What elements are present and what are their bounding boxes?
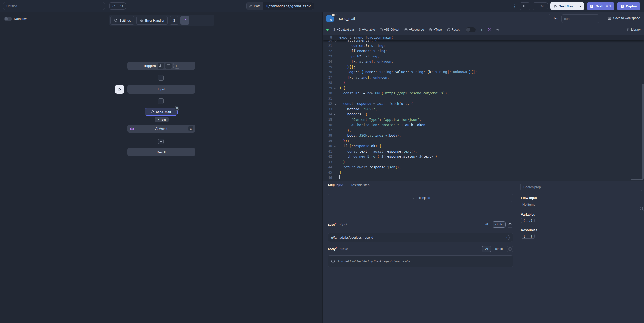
code-line[interactable]: 31	[323, 96, 644, 101]
sticky-code-line: 8export async function main(	[323, 35, 644, 40]
code-line[interactable]: 34 headers: {	[323, 112, 644, 117]
insert-step-button-top[interactable]: +	[158, 75, 164, 81]
search-prop-input[interactable]	[520, 182, 642, 191]
draft-button[interactable]: Draft ⌘S	[587, 2, 614, 10]
node-send-mail[interactable]: send_mail ✕	[144, 108, 178, 116]
path-field[interactable]: Path u/farhadglbs/grand_flow	[246, 2, 314, 10]
variables-object-badge[interactable]: {...}	[521, 218, 535, 223]
save-to-workspace-button[interactable]: Save to workspace	[608, 16, 640, 20]
code-line[interactable]: 42 throw new Error(`${response.status} $…	[323, 154, 644, 159]
fold-gutter[interactable]	[332, 143, 339, 149]
editor-vertical-scrollbar[interactable]	[642, 84, 644, 179]
context-variables-button[interactable]: $	[170, 16, 178, 25]
code-token: const	[343, 91, 353, 96]
add-variable-button[interactable]: $ +Variable	[359, 28, 375, 32]
add-resource-button[interactable]: +Resource	[404, 28, 424, 32]
dataflow-toggle[interactable]	[4, 17, 12, 21]
flow-canvas[interactable]: Dataflow Settings Error Handler $	[0, 12, 322, 323]
resources-object-badge[interactable]: {...}	[521, 234, 535, 238]
body-expression-button[interactable]	[507, 246, 513, 252]
auth-ai-mode-button[interactable]: AI	[482, 221, 491, 228]
run-input-button[interactable]	[115, 85, 124, 94]
node-result[interactable]: Result	[128, 148, 195, 156]
auth-value-input[interactable]: u/farhadglbs/peerless_resend ✕	[328, 233, 513, 242]
test-flow-main[interactable]: Test flow	[550, 2, 577, 10]
editor-horizontal-scrollbar[interactable]	[631, 179, 643, 180]
flow-title-input[interactable]	[3, 2, 105, 10]
code-editor[interactable]: 20 attachments?: {21 content?: string;22…	[323, 35, 644, 181]
code-line[interactable]: 27 [k: string]: unknown;	[323, 75, 644, 80]
library-button[interactable]: Library	[626, 28, 640, 32]
code-line[interactable]: 21 content?: string;	[323, 43, 644, 49]
code-line[interactable]: 35 "Content-Type": "application/json",	[323, 117, 644, 123]
code-line[interactable]: 38 body: JSON.stringify(body),	[323, 133, 644, 138]
editor-toggle[interactable]	[466, 27, 476, 32]
undo-button[interactable]: ↶	[109, 3, 118, 10]
code-line[interactable]: 36 Authorization: "Bearer " + auth.token…	[323, 122, 644, 128]
code-line[interactable]: 32 const response = await fetch(url, {	[323, 101, 644, 107]
fold-gutter[interactable]	[332, 86, 339, 91]
diff-button[interactable]: ± Diff	[533, 3, 548, 10]
ai-assistant-button[interactable]	[488, 28, 491, 32]
code-line[interactable]: 39 });	[323, 138, 644, 144]
code-line[interactable]: 23 path?: string;	[323, 54, 644, 59]
test-flow-dropdown[interactable]	[577, 2, 584, 10]
clear-auth-button[interactable]: ✕	[504, 235, 510, 240]
code-line[interactable]: 33 method: "POST",	[323, 107, 644, 112]
add-context-var-button[interactable]: $ +Context var	[334, 28, 354, 32]
tab-test-this-step[interactable]: Test this step	[351, 183, 370, 189]
editor-settings-button[interactable]	[496, 28, 500, 32]
node-ai-agent[interactable]: AI Agent a	[128, 125, 195, 133]
fold-gutter[interactable]	[332, 101, 339, 107]
test-flow-button[interactable]: Test flow	[550, 2, 584, 10]
settings-button[interactable]: Settings	[110, 16, 134, 25]
body-ai-mode-button[interactable]: AI	[482, 246, 491, 252]
fold-gutter[interactable]	[332, 112, 339, 117]
code-line[interactable]: 8export async function main(	[323, 35, 644, 40]
tag-input[interactable]	[561, 15, 599, 23]
auth-expression-button[interactable]	[507, 222, 513, 228]
code-line[interactable]: 46	[323, 175, 644, 181]
webhook-trigger-button[interactable]	[158, 63, 164, 69]
add-tool-button[interactable]: + Tool	[155, 117, 169, 122]
code-line[interactable]: 22 filename?: string;	[323, 48, 644, 54]
code-line[interactable]: 24 [k: string]: unknown;	[323, 59, 644, 64]
code-line[interactable]: 41 const text = await response.text();	[323, 149, 644, 154]
code-token: ;	[348, 138, 350, 144]
email-trigger-button[interactable]	[166, 63, 172, 69]
code-line[interactable]: 37 },	[323, 128, 644, 133]
search-icon[interactable]	[639, 206, 644, 211]
ai-builder-button[interactable]	[180, 16, 189, 25]
fold-gutter	[332, 117, 339, 123]
diff-mini-button[interactable]: ±	[480, 28, 482, 32]
add-type-button[interactable]: +Type	[429, 28, 442, 32]
reset-button[interactable]: Reset	[447, 28, 460, 32]
auth-static-mode-button[interactable]: static	[492, 221, 506, 228]
code-line[interactable]: 40 if (!response.ok) {	[323, 143, 644, 149]
code-line[interactable]: 30 const url = new URL(`https://api.rese…	[323, 91, 644, 96]
step-name-input[interactable]	[336, 14, 550, 23]
code-line[interactable]: 29) {	[323, 86, 644, 91]
add-s3-object-button[interactable]: +S3 Object	[380, 28, 399, 32]
add-trigger-button[interactable]: +	[173, 63, 180, 69]
tab-step-input[interactable]: Step Input	[328, 183, 344, 189]
code-token: }	[343, 159, 345, 165]
fill-inputs-button[interactable]: Fill inputs	[328, 194, 513, 202]
remove-tool-button[interactable]: ✕	[174, 106, 179, 111]
redo-button[interactable]: ↷	[118, 3, 126, 10]
kebab-menu-icon[interactable]: ⋮	[512, 4, 517, 9]
node-input[interactable]: Input	[128, 85, 195, 94]
code-line[interactable]: 43 }	[323, 159, 644, 165]
code-line[interactable]: 44 return await response.json();	[323, 165, 644, 170]
code-line[interactable]: 26 tags?: { name?: string; value?: strin…	[323, 70, 644, 75]
code-line[interactable]: 28 }	[323, 80, 644, 86]
insert-step-button-bottom[interactable]: +	[158, 139, 164, 144]
insert-step-button-middle[interactable]: +	[158, 99, 164, 104]
code-line[interactable]: 25 }[];	[323, 64, 644, 70]
code-line[interactable]: 45}	[323, 170, 644, 175]
deploy-button[interactable]: Deploy	[617, 2, 640, 10]
docs-button[interactable]	[520, 3, 530, 10]
error-handler-button[interactable]: Error Handler	[136, 16, 168, 25]
body-static-mode-button[interactable]: static	[492, 246, 506, 252]
node-triggers[interactable]: Triggers +	[128, 62, 195, 70]
